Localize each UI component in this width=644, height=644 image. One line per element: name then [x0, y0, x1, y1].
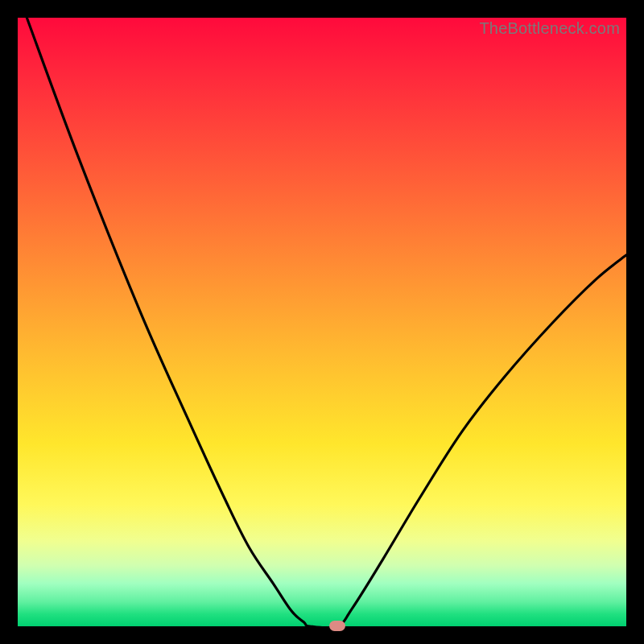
chart-container: TheBottleneck.com: [0, 0, 644, 644]
optimum-marker: [329, 621, 345, 631]
curve-path: [27, 18, 626, 628]
plot-area: TheBottleneck.com: [18, 18, 626, 626]
bottleneck-curve: [18, 18, 626, 626]
